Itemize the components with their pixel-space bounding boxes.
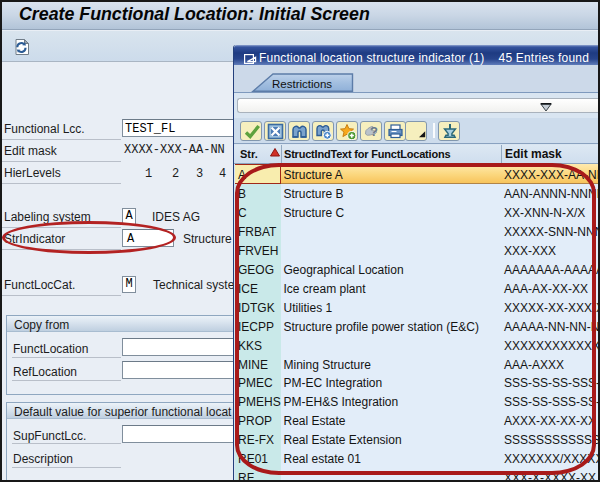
- svg-text:?: ?: [370, 124, 378, 139]
